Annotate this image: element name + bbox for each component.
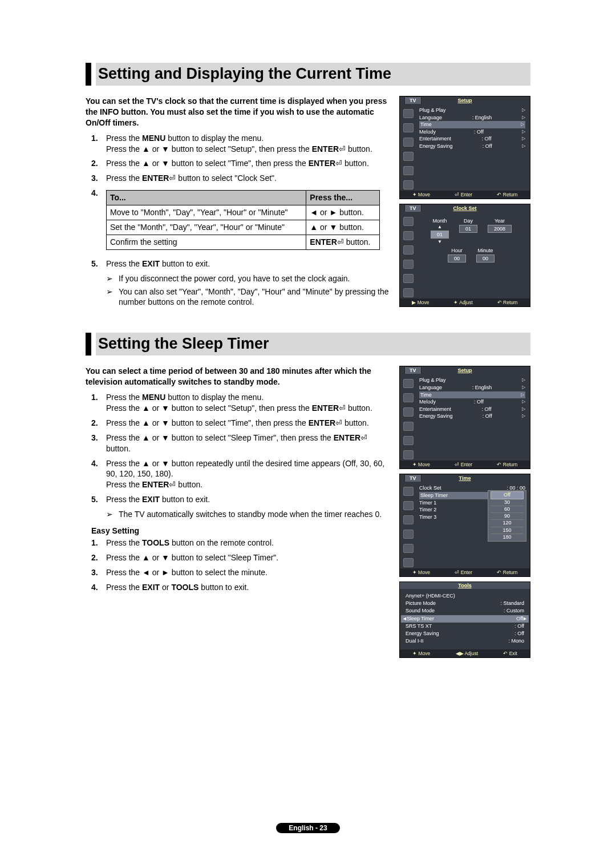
osd-setup: TV Setup Plug & Play▷ Language: English▷ [399,96,530,199]
section-2-title: Setting the Sleep Timer [96,333,530,356]
section-1-title: Setting and Displaying the Current Time [96,63,530,86]
osd-clock-set: TV Clock Set Month▲01▼ Day01 [399,204,530,307]
osd-tools: Tools Anynet+ (HDMI-CEC) Picture Mode: S… [399,582,530,657]
osd-icon [403,407,414,417]
osd-icon [403,217,414,226]
page-footer: English - 23 [0,822,616,833]
osd-icon [403,436,414,445]
osd-icon [403,245,414,255]
osd-setup-2: TV Setup Plug & Play▷ [399,366,530,469]
osd-icon [403,393,414,402]
section-2-body: You can select a time period of between … [86,366,391,596]
osd-time: TV Time Clock Set: 00 : 00 [399,474,530,577]
enter-icon: ⏎ [335,159,342,168]
osd-icon [403,138,414,147]
osd-icon [403,515,414,524]
osd-icon [403,422,414,431]
osd-icon [403,288,414,297]
osd-icon [403,260,414,269]
enter-icon: ⏎ [169,480,176,489]
easy-setting-head: Easy Setting [91,526,391,536]
step-4-table: To... Press the... Move to "Month", "Day… [106,190,380,250]
osd-icon [403,501,414,510]
osd-icon [403,180,414,189]
enter-icon: ⏎ [335,418,342,427]
section-2-header: Setting the Sleep Timer [86,333,530,356]
sleep-timer-popup: Off 30 60 90 120 150 180 [488,490,526,542]
osd-icon [403,274,414,283]
osd-icon [403,109,414,118]
enter-icon: ⏎ [169,173,176,183]
enter-icon: ⏎ [337,237,344,247]
osd-icon [403,123,414,132]
enter-icon: ⏎ [360,433,367,442]
osd-icon [403,530,414,539]
note-icon: ➢ [106,509,119,520]
section-1-body: You can set the TV's clock so that the c… [86,96,391,310]
osd-icon [403,152,414,161]
osd-icon [403,544,414,553]
note-icon: ➢ [106,273,119,284]
enter-icon: ⏎ [339,403,346,413]
note-icon: ➢ [106,286,119,308]
section-1-header: Setting and Displaying the Current Time [86,63,530,86]
section-2-intro: You can select a time period of between … [86,366,391,387]
section-1-intro: You can set the TV's clock so that the c… [86,96,391,128]
osd-icon [403,231,414,240]
osd-icon [403,379,414,388]
osd-icon [403,558,414,567]
osd-icon [403,487,414,496]
osd-icon [403,166,414,175]
enter-icon: ⏎ [339,144,346,154]
osd-icon [403,450,414,459]
